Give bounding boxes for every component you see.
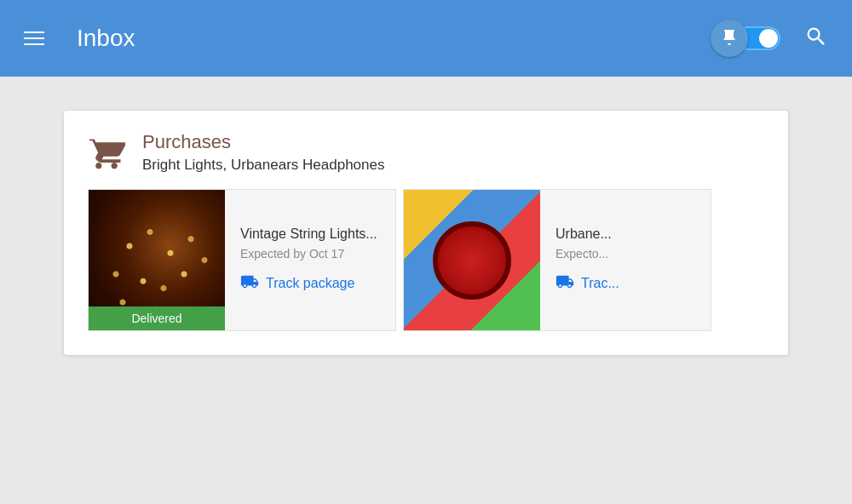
delivered-badge: Delivered	[89, 306, 225, 330]
header-right-controls	[711, 18, 835, 59]
menu-button[interactable]	[17, 25, 51, 52]
purchase-item-1: Delivered Vintage String Lights... Expec…	[88, 189, 396, 331]
card-subtitle: Bright Lights, Urbanears Headphones	[142, 157, 384, 174]
item-2-image	[404, 190, 540, 330]
search-button[interactable]	[797, 18, 835, 59]
truck-icon	[240, 272, 259, 295]
item-1-name: Vintage String Lights...	[240, 226, 380, 242]
headphones-image	[404, 190, 540, 330]
item-2-name: Urbane...	[556, 226, 695, 242]
item-1-details: Vintage String Lights... Expected by Oct…	[225, 190, 395, 330]
item-1-expected: Expected by Oct 17	[240, 247, 380, 261]
card-category: Purchases	[142, 131, 384, 153]
truck-icon-2	[556, 272, 574, 295]
track-package-label-2: Trac...	[581, 276, 619, 291]
item-2-details: Urbane... Expecto... Trac...	[540, 190, 711, 330]
track-package-label: Track package	[266, 276, 354, 291]
purchases-card: Purchases Bright Lights, Urbanears Headp…	[64, 111, 788, 355]
toggle-container	[711, 20, 780, 57]
card-header: Purchases Bright Lights, Urbanears Headp…	[88, 131, 764, 175]
purchase-item-2: Urbane... Expecto... Trac...	[403, 189, 711, 331]
app-header: Inbox	[0, 0, 852, 77]
item-1-image: Delivered	[89, 190, 225, 330]
track-package-link[interactable]: Track package	[240, 272, 380, 295]
main-content: Purchases Bright Lights, Urbanears Headp…	[0, 77, 852, 504]
toggle-pin-icon[interactable]	[711, 20, 748, 57]
app-title: Inbox	[77, 25, 694, 52]
items-row: Delivered Vintage String Lights... Expec…	[88, 189, 764, 331]
track-package-link-2[interactable]: Trac...	[556, 272, 695, 295]
cart-icon	[88, 135, 125, 175]
item-2-expected: Expecto...	[556, 247, 695, 261]
card-header-text: Purchases Bright Lights, Urbanears Headp…	[142, 131, 384, 174]
toggle-thumb	[759, 29, 778, 48]
